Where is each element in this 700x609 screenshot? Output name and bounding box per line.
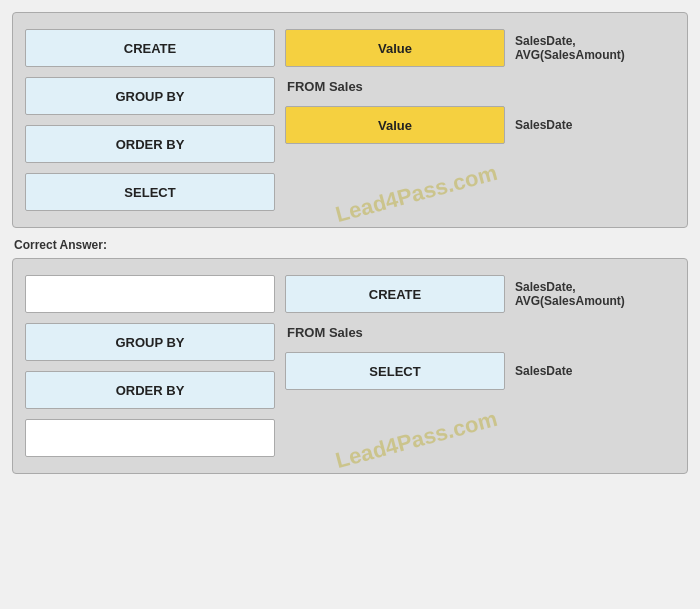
side-label-4: SalesDate bbox=[515, 364, 572, 378]
empty-button-1[interactable] bbox=[25, 275, 275, 313]
orderby-button-2[interactable]: ORDER BY bbox=[25, 371, 275, 409]
from-sales-label-2: FROM Sales bbox=[285, 325, 675, 340]
side-label-2: SalesDate bbox=[515, 118, 572, 132]
groupby-button-2[interactable]: GROUP BY bbox=[25, 323, 275, 361]
right-col-1: Value SalesDate, AVG(SalesAmount) FROM S… bbox=[275, 29, 675, 144]
create-button-1[interactable]: CREATE bbox=[25, 29, 275, 67]
from-sales-label-1: FROM Sales bbox=[285, 79, 675, 94]
side-label-3: SalesDate, AVG(SalesAmount) bbox=[515, 280, 625, 308]
right-row-4: SELECT SalesDate bbox=[285, 352, 675, 390]
section-1: CREATE GROUP BY ORDER BY SELECT Value Sa… bbox=[12, 12, 688, 228]
right-row-2: Value SalesDate bbox=[285, 106, 675, 144]
section-2: GROUP BY ORDER BY CREATE SalesDate, AVG(… bbox=[12, 258, 688, 474]
side-label-1: SalesDate, AVG(SalesAmount) bbox=[515, 34, 625, 62]
orderby-button-1[interactable]: ORDER BY bbox=[25, 125, 275, 163]
groupby-button-1[interactable]: GROUP BY bbox=[25, 77, 275, 115]
left-col-2: GROUP BY ORDER BY bbox=[25, 275, 275, 457]
value-button-1[interactable]: Value bbox=[285, 29, 505, 67]
select-button-2[interactable]: SELECT bbox=[285, 352, 505, 390]
right-row-1: Value SalesDate, AVG(SalesAmount) bbox=[285, 29, 675, 67]
right-col-2: CREATE SalesDate, AVG(SalesAmount) FROM … bbox=[275, 275, 675, 390]
select-button-1[interactable]: SELECT bbox=[25, 173, 275, 211]
correct-answer-label: Correct Answer: bbox=[12, 238, 688, 252]
right-row-3: CREATE SalesDate, AVG(SalesAmount) bbox=[285, 275, 675, 313]
create-button-2[interactable]: CREATE bbox=[285, 275, 505, 313]
empty-button-2[interactable] bbox=[25, 419, 275, 457]
left-col-1: CREATE GROUP BY ORDER BY SELECT bbox=[25, 29, 275, 211]
value-button-2[interactable]: Value bbox=[285, 106, 505, 144]
